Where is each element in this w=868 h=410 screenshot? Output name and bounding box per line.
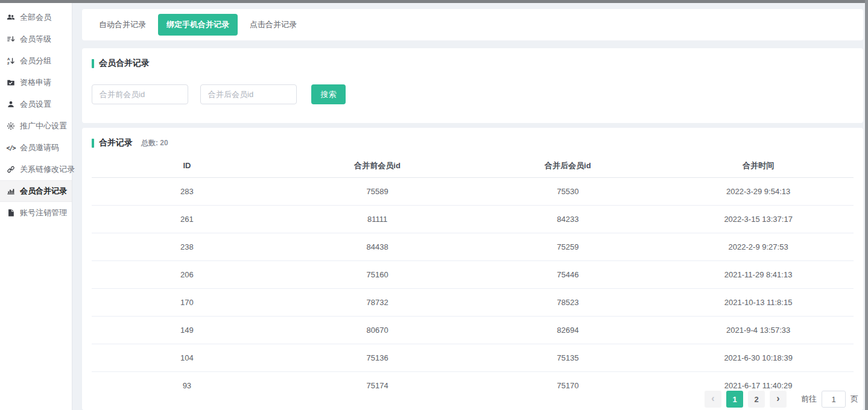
table-row: 170 78732 78523 2021-10-13 11:8:15 — [92, 288, 854, 316]
section-title-text: 会员合并记录 — [99, 58, 150, 69]
column-header-after-id: 合并后会员id — [473, 154, 664, 177]
sidebar-item-label: 账号注销管理 — [20, 207, 67, 218]
cell-id: 104 — [92, 344, 282, 371]
next-page-button[interactable]: › — [770, 391, 787, 408]
search-button[interactable]: 搜索 — [311, 84, 346, 104]
sidebar-item-label: 全部会员 — [20, 12, 51, 23]
page-button-1[interactable]: 1 — [726, 391, 743, 408]
cell-after-id: 82694 — [473, 316, 664, 344]
gear-icon — [6, 121, 16, 131]
bar-chart-icon — [6, 186, 16, 196]
prev-page-button[interactable]: ‹ — [705, 391, 721, 408]
cell-id: 206 — [92, 260, 282, 288]
search-section: 会员合并记录 搜索 — [82, 48, 863, 123]
cell-merge-time: 2021-6-30 10:18:39 — [663, 344, 854, 371]
code-icon: </> — [6, 143, 16, 153]
table-header-row: ID 合并前会员id 合并后会员id 合并时间 — [92, 154, 854, 177]
cell-after-id: 75259 — [473, 233, 664, 260]
merge-after-id-input[interactable] — [200, 84, 297, 104]
main-content: 自动合并记录 绑定手机合并记录 点击合并记录 会员合并记录 搜索 合并记录 总数… — [82, 3, 863, 410]
title-accent-bar — [92, 139, 94, 148]
cell-after-id: 78523 — [473, 288, 664, 316]
page-button-2[interactable]: 2 — [748, 391, 765, 408]
column-header-id: ID — [92, 154, 282, 177]
cell-merge-time: 2021-10-13 11:8:15 — [663, 288, 854, 316]
sidebar-item-member-group[interactable]: A2 会员分组 — [0, 50, 72, 72]
table-row: 104 75136 75135 2021-6-30 10:18:39 — [92, 344, 854, 371]
copy-file-icon — [6, 208, 16, 218]
cell-merge-time: 2021-11-29 8:41:13 — [663, 260, 854, 288]
cell-merge-time: 2022-3-15 13:37:17 — [663, 205, 854, 233]
goto-page-group: 前往 页 — [801, 391, 858, 408]
sort-amount-icon — [6, 34, 16, 44]
sidebar-item-label: 会员邀请码 — [20, 142, 59, 153]
table-row: 149 80670 82694 2021-9-4 13:57:33 — [92, 316, 854, 344]
merge-before-id-input[interactable] — [92, 84, 188, 104]
sidebar-item-all-members[interactable]: 全部会员 — [0, 7, 72, 28]
sidebar-item-label: 推广中心设置 — [20, 121, 67, 131]
tab-auto-merge-records[interactable]: 自动合并记录 — [90, 14, 154, 36]
sort-alpha-icon: A2 — [6, 56, 16, 66]
cell-merge-time: 2021-9-4 13:57:33 — [663, 316, 854, 344]
cell-before-id: 80670 — [282, 316, 473, 344]
table-row: 206 75160 75446 2021-11-29 8:41:13 — [92, 260, 854, 288]
table-section-title: 合并记录 总数: 20 — [92, 137, 854, 148]
cell-before-id: 78732 — [282, 288, 473, 316]
cell-id: 283 — [92, 177, 282, 205]
cell-after-id: 75530 — [473, 177, 664, 205]
folder-check-icon — [6, 78, 16, 87]
sidebar-item-invite-code[interactable]: </> 会员邀请码 — [0, 137, 72, 159]
table-row: 261 81111 84233 2022-3-15 13:37:17 — [92, 205, 854, 233]
cell-id: 170 — [92, 288, 282, 316]
users-icon — [6, 13, 16, 22]
cell-id: 238 — [92, 233, 282, 260]
sidebar-item-label: 会员等级 — [20, 34, 51, 45]
sidebar-item-account-cancellation[interactable]: 账号注销管理 — [0, 202, 72, 224]
goto-page-input[interactable] — [822, 391, 846, 408]
sidebar-item-label: 会员分组 — [20, 55, 51, 66]
goto-label: 前往 — [801, 394, 817, 405]
cell-id: 261 — [92, 205, 282, 233]
sidebar: 全部会员 会员等级 A2 会员分组 资格申请 会员设置 推广中心设置 </> 会… — [0, 3, 72, 410]
cell-merge-time: 2022-2-9 9:27:53 — [663, 233, 854, 260]
page-unit-label: 页 — [851, 394, 858, 405]
table-section: 合并记录 总数: 20 ID 合并前会员id 合并后会员id 合并时间 283 … — [82, 128, 863, 410]
merge-records-table: ID 合并前会员id 合并后会员id 合并时间 283 75589 75530 … — [92, 154, 854, 400]
title-accent-bar — [92, 59, 94, 68]
search-section-title: 会员合并记录 — [92, 58, 854, 69]
window-edge-top — [0, 0, 868, 3]
svg-text:2: 2 — [7, 61, 10, 65]
tab-bar: 自动合并记录 绑定手机合并记录 点击合并记录 — [82, 9, 863, 40]
tab-bind-phone-merge-records[interactable]: 绑定手机合并记录 — [158, 14, 238, 36]
cell-before-id: 75136 — [282, 344, 473, 371]
column-header-before-id: 合并前会员id — [282, 154, 473, 177]
cell-after-id: 75135 — [473, 344, 664, 371]
table-row: 238 84438 75259 2022-2-9 9:27:53 — [92, 233, 854, 260]
sidebar-item-label: 资格申请 — [20, 77, 51, 88]
user-icon — [6, 99, 16, 109]
sidebar-item-label: 关系链修改记录 — [20, 164, 75, 175]
sidebar-item-member-settings[interactable]: 会员设置 — [0, 93, 72, 115]
section-title-text: 合并记录 — [99, 137, 133, 148]
sidebar-item-label: 会员设置 — [20, 99, 51, 110]
cell-merge-time: 2022-3-29 9:54:13 — [663, 177, 854, 205]
sidebar-item-member-level[interactable]: 会员等级 — [0, 28, 72, 50]
sidebar-item-relation-log[interactable]: 关系链修改记录 — [0, 159, 72, 180]
sidebar-item-merge-records[interactable]: 会员合并记录 — [0, 180, 72, 202]
cell-before-id: 75160 — [282, 260, 473, 288]
sidebar-item-qualification[interactable]: 资格申请 — [0, 72, 72, 93]
sidebar-item-label: 会员合并记录 — [20, 186, 67, 197]
sidebar-item-promotion-settings[interactable]: 推广中心设置 — [0, 115, 72, 137]
tab-click-merge-records[interactable]: 点击合并记录 — [241, 14, 305, 36]
cell-after-id: 84233 — [473, 205, 664, 233]
cell-id: 149 — [92, 316, 282, 344]
total-count-label: 总数: 20 — [141, 138, 168, 148]
column-header-merge-time: 合并时间 — [663, 154, 854, 177]
scrollbar-track[interactable] — [865, 0, 868, 410]
search-form: 搜索 — [92, 84, 854, 104]
table-row: 283 75589 75530 2022-3-29 9:54:13 — [92, 177, 854, 205]
cell-before-id: 81111 — [282, 205, 473, 233]
cell-before-id: 75589 — [282, 177, 473, 205]
link-icon — [6, 165, 16, 174]
cell-after-id: 75446 — [473, 260, 664, 288]
